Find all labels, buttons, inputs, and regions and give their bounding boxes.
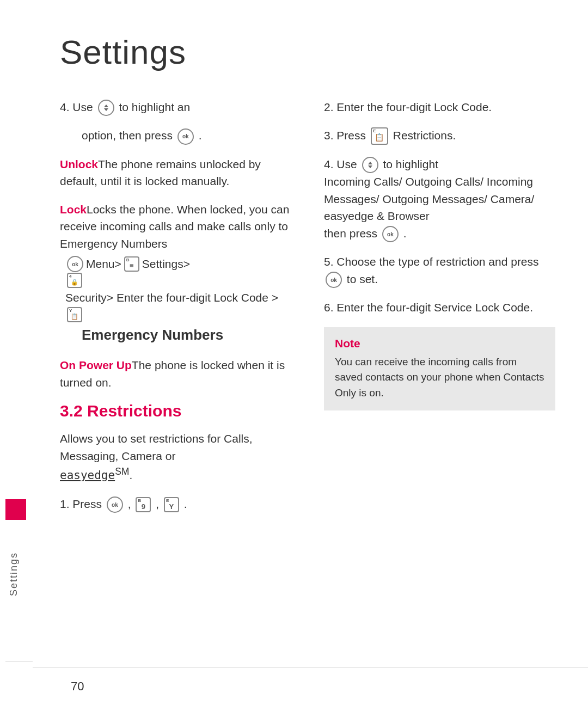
easyedge-sup: SM — [115, 466, 129, 477]
onpowerup-label: On Power Up — [60, 359, 132, 371]
easyedge-text: easyedge — [60, 469, 115, 482]
step3-block: 3. Press E 📋 Restrictions. — [324, 127, 555, 145]
allows-text: Allows you to set restrictions for Calls… — [60, 432, 253, 462]
step4r-prefix: 4. Use — [324, 158, 357, 170]
page-container: Settings Settings 4. Use to highlight an… — [0, 0, 588, 705]
note-box: Note You can receive the incoming calls … — [324, 327, 555, 411]
step4r-then: then press — [324, 227, 377, 240]
restrictions-icon: E 📋 — [371, 127, 388, 145]
bottom-bar: 70 — [33, 667, 588, 705]
main-content: Settings 4. Use to highlight an option, … — [33, 0, 588, 705]
svg-marker-2 — [368, 162, 372, 164]
lock-text: Locks the phone. When locked, you can re… — [60, 203, 289, 250]
menu-text: Menu> — [86, 255, 121, 273]
svg-marker-0 — [104, 105, 108, 107]
step1-icon1: B 9 — [136, 497, 151, 512]
ok-icon-step4b: ok — [177, 128, 194, 145]
svg-marker-1 — [104, 108, 108, 111]
step4-text: to highlight an — [119, 101, 190, 113]
ok-icon-menu: ok — [67, 256, 83, 272]
lock-label: Lock — [60, 203, 87, 216]
page-title: Settings — [60, 33, 555, 71]
unlock-block: UnlockThe phone remains unlocked by defa… — [60, 156, 291, 190]
note-title: Note — [335, 337, 544, 350]
step1-prefix: 1. Press — [60, 498, 102, 510]
nav-icon-step4r — [362, 157, 378, 173]
sidebar: Settings — [0, 0, 33, 705]
menu-line: ok Menu> B ≡ Settings> — [60, 255, 291, 273]
lock-block: LockLocks the phone. When locked, you ca… — [60, 201, 291, 346]
svg-marker-3 — [368, 165, 372, 168]
sidebar-divider — [5, 661, 33, 661]
step3-text: Restrictions. — [393, 129, 456, 142]
onpowerup-block: On Power UpThe phone is locked when it i… — [60, 357, 291, 391]
step3-prefix: 3. Press — [324, 129, 366, 142]
step4b-text: option, then press — [82, 129, 173, 142]
left-column: 4. Use to highlight an option, then pres… — [60, 99, 291, 524]
right-column: 2. Enter the four-digit Lock Code. 3. Pr… — [324, 99, 555, 524]
sidebar-label: Settings — [8, 552, 20, 596]
emergency-numbers-text: Emergency Numbers — [82, 324, 291, 346]
step1-block: 1. Press ok , B 9 , E Y . — [60, 495, 291, 513]
step-4b-block: option, then press ok . — [60, 127, 291, 144]
step4r-items: Incoming Calls/ Outgoing Calls/ Incoming… — [324, 175, 534, 222]
page-number: 70 — [71, 679, 84, 694]
step2-block: 2. Enter the four-digit Lock Code. — [324, 99, 555, 116]
step5-to-set: to set. — [347, 273, 378, 285]
step5-block: 5. Choose the type of restriction and pr… — [324, 253, 555, 288]
ok-icon-step1: ok — [107, 496, 123, 513]
step1-icon2: E Y — [164, 497, 179, 512]
allows-block: Allows you to set restrictions for Calls… — [60, 430, 291, 485]
nav-icon-step4 — [98, 100, 114, 116]
step6-block: 6. Enter the four-digit Service Lock Cod… — [324, 299, 555, 316]
ok-icon-step5: ok — [326, 272, 342, 288]
step-4-block: 4. Use to highlight an — [60, 99, 291, 116]
unlock-label: Unlock — [60, 158, 98, 170]
settings-icon: B ≡ — [124, 256, 139, 272]
security-line: 4 🔒 Security> Enter the four-digit Lock … — [60, 273, 291, 323]
security-text: Security> Enter the four-digit Lock Code… — [65, 289, 278, 306]
emerg-icon: Y 📋 — [67, 307, 82, 322]
easyedge-suffix: . — [129, 469, 132, 481]
step5-text: 5. Choose the type of restriction and pr… — [324, 255, 539, 268]
sidebar-accent-bar — [5, 499, 26, 520]
note-text: You can receive the incoming calls from … — [335, 354, 544, 401]
ok-icon-step4r: ok — [382, 226, 399, 242]
section-32-heading: 3.2 Restrictions — [60, 402, 291, 420]
settings-text: Settings> — [142, 255, 190, 273]
step4r-text: to highlight — [383, 158, 438, 170]
security-icon: 4 🔒 — [67, 273, 82, 288]
step4-prefix: 4. Use — [60, 101, 93, 113]
step4-right-block: 4. Use to highlight Incoming Calls/ Outg… — [324, 156, 555, 242]
two-column-layout: 4. Use to highlight an option, then pres… — [60, 99, 555, 524]
